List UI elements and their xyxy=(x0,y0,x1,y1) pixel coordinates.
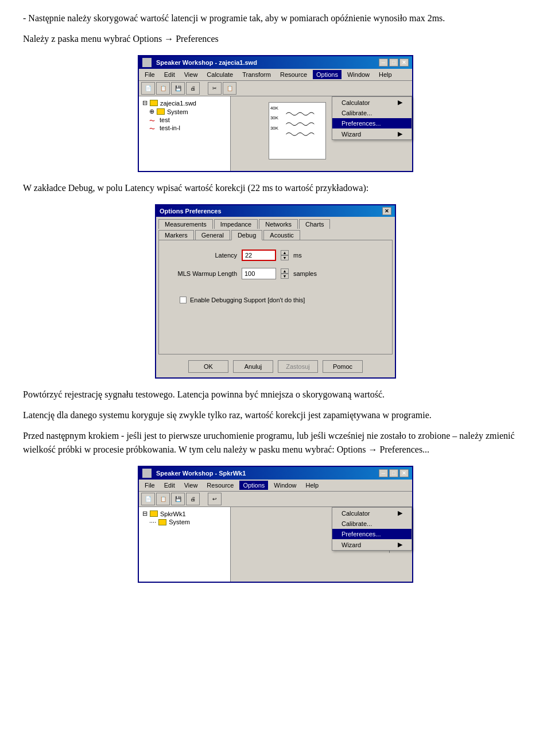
op-mls-input[interactable] xyxy=(242,268,276,279)
sw1-close-btn[interactable]: ✕ xyxy=(399,59,409,67)
sw2-toolbar-btn-3[interactable]: 💾 xyxy=(171,493,185,505)
sw1-maximize-btn[interactable]: □ xyxy=(389,59,398,67)
op-pomoc-btn[interactable]: Pomoc xyxy=(323,360,363,373)
sw2-sidebar-system[interactable]: ···· System xyxy=(141,518,228,526)
op-tab-measurements[interactable]: Measurements xyxy=(158,219,213,229)
sw1-toolbar-btn-6[interactable]: 📋 xyxy=(223,82,236,95)
op-tab-impedance[interactable]: Impedance xyxy=(214,219,258,229)
sw1-sidebar-test-label: test xyxy=(160,116,170,123)
sw2-menu-resource[interactable]: Resource xyxy=(203,481,237,490)
sw1-dropdown-preferences[interactable]: Preferences... xyxy=(332,118,412,128)
op-dialog-container: Options Preferences ✕ Measurements Imped… xyxy=(23,204,528,379)
svg-text:40K: 40K xyxy=(270,106,279,111)
sw1-toolbar-btn-1[interactable]: 📄 xyxy=(141,82,155,95)
sw2-dropdown-calculator[interactable]: Calculator ▶ xyxy=(332,508,412,519)
sw1-chart-svg: 40K 30K 30K xyxy=(269,103,325,159)
sw1-dropdown-calibrate-label: Calibrate... xyxy=(342,110,372,116)
sw1-sidebar-testinl[interactable]: 〜 test-in-l xyxy=(141,124,228,132)
sw2-menu-edit[interactable]: Edit xyxy=(161,481,179,490)
op-latency-unit: ms xyxy=(293,252,302,259)
sw1-menu-help[interactable]: Help xyxy=(375,70,395,79)
op-mls-spinner: ▲ ▼ xyxy=(281,268,289,279)
sw1-minimize-btn[interactable]: ─ xyxy=(379,59,388,67)
sw1-menu-options[interactable]: Options xyxy=(313,70,342,79)
sw2-dropdown-preferences[interactable]: Preferences... xyxy=(332,529,412,539)
op-tab-networks[interactable]: Networks xyxy=(259,219,298,229)
sw1-dropdown-calibrate[interactable]: Calibrate... xyxy=(332,108,412,118)
sw1-sidebar-root[interactable]: ⊟ zajecia1.swd xyxy=(141,99,228,107)
op-latency-spinner: ▲ ▼ xyxy=(281,250,289,260)
sw1-menu-resource[interactable]: Resource xyxy=(277,70,311,79)
paragraph-1: - Następnie należy skorygować wartość la… xyxy=(23,11,528,25)
sw2-title-icon xyxy=(142,469,152,478)
sw1-menu-file[interactable]: File xyxy=(141,70,158,79)
sw1-dropdown-calculator-arrow: ▶ xyxy=(398,99,402,106)
op-close-btn[interactable]: ✕ xyxy=(382,207,391,215)
sw2-menu-view[interactable]: View xyxy=(181,481,201,490)
sw2-dropdown-calibrate[interactable]: Calibrate... xyxy=(332,519,412,529)
op-mls-row: MLS Warmup Length ▲ ▼ samples xyxy=(168,268,383,279)
op-mls-spinner-up[interactable]: ▲ xyxy=(281,268,289,274)
sw1-sidebar-system[interactable]: ⊕ System xyxy=(141,107,228,116)
paragraph-5-text: Latencję dla danego systemu koryguje się… xyxy=(23,410,432,420)
sw1-toolbar-btn-2[interactable]: 📋 xyxy=(156,82,170,95)
sw1-titlebar-buttons: ─ □ ✕ xyxy=(379,59,409,67)
sw1-folder-icon-root xyxy=(150,100,158,106)
sw1-dropdown-calculator[interactable]: Calculator ▶ xyxy=(332,97,412,108)
op-mls-spinner-down[interactable]: ▼ xyxy=(281,274,289,279)
op-latency-input[interactable] xyxy=(242,250,276,261)
sw2-toolbar-undo-btn[interactable]: ↩ xyxy=(208,493,222,505)
sw2-toolbar-btn-1[interactable]: 📄 xyxy=(141,493,155,505)
sw1-dropdown-wizard-arrow: ▶ xyxy=(398,130,402,138)
sw1-sidebar-system-expander: ⊕ xyxy=(149,108,154,115)
op-latency-spinner-down[interactable]: ▼ xyxy=(281,255,289,260)
sw1-toolbar-btn-5[interactable]: ✂ xyxy=(208,82,222,95)
sw1-menu-edit[interactable]: Edit xyxy=(161,70,179,79)
paragraph-3: W zakładce Debug, w polu Latency wpisać … xyxy=(23,181,528,195)
svg-text:30K: 30K xyxy=(270,126,279,131)
sw2-dropdown-calculator-label: Calculator xyxy=(342,510,370,517)
op-tab-general[interactable]: General xyxy=(195,230,230,240)
sw1-menu-calculate[interactable]: Calculate xyxy=(203,70,236,79)
sw2-menu-options[interactable]: Options xyxy=(239,481,268,490)
sw2-toolbar-btn-4[interactable]: 🖨 xyxy=(186,493,200,505)
paragraph-6-text: Przed następnym krokiem - jeśli jest to … xyxy=(23,431,515,454)
sw2-sidebar-root[interactable]: ⊟ SpkrWk1 xyxy=(141,509,228,518)
sw1-dropdown-wizard[interactable]: Wizard ▶ xyxy=(332,128,412,139)
op-ok-btn[interactable]: OK xyxy=(188,360,228,373)
sw1-wave-icon-test: 〜 xyxy=(149,117,157,123)
sw2-minimize-btn[interactable]: ─ xyxy=(379,469,388,477)
op-title-text: Options Preferences xyxy=(160,208,222,215)
sw1-menu-transform[interactable]: Transform xyxy=(239,70,274,79)
sw2-dropdown-calculator-arrow: ▶ xyxy=(398,509,402,517)
sw2-dropdown-wizard[interactable]: Wizard ▶ xyxy=(332,539,412,550)
op-latency-row: Latency ▲ ▼ ms xyxy=(168,250,383,261)
sw2-close-btn[interactable]: ✕ xyxy=(399,469,409,477)
sw1-toolbar-btn-3[interactable]: 💾 xyxy=(171,82,185,95)
op-anuluj-btn[interactable]: Anuluj xyxy=(233,360,273,373)
op-tab-charts[interactable]: Charts xyxy=(299,219,330,229)
sw1-toolbar-btn-4[interactable]: 🖨 xyxy=(186,82,200,95)
sw1-menu-view[interactable]: View xyxy=(181,70,201,79)
sw2-menubar: File Edit View Resource Options Window H… xyxy=(139,480,412,492)
op-tabs-row1: Measurements Impedance Networks Charts xyxy=(156,217,395,229)
sw2-toolbar-btn-2[interactable]: 📋 xyxy=(156,493,170,505)
sw1-sidebar-test[interactable]: 〜 test xyxy=(141,116,228,124)
sw2-menu-file[interactable]: File xyxy=(141,481,158,490)
sw2-menu-help[interactable]: Help xyxy=(302,481,322,490)
op-zastosuj-btn[interactable]: Zastosuj xyxy=(278,360,318,373)
op-debug-checkbox[interactable] xyxy=(180,297,187,303)
op-tab-acoustic[interactable]: Acoustic xyxy=(263,230,300,240)
sw2-menu-window[interactable]: Window xyxy=(270,481,300,490)
op-tab-markers[interactable]: Markers xyxy=(158,230,194,240)
sw1-menu-window[interactable]: Window xyxy=(344,70,373,79)
op-tab-debug[interactable]: Debug xyxy=(231,230,262,240)
paragraph-4: Powtórzyć rejestrację sygnału testowego.… xyxy=(23,388,528,402)
sw2-sidebar-system-label: System xyxy=(169,519,190,525)
sw2-maximize-btn[interactable]: □ xyxy=(389,469,398,477)
sw2-window: Speaker Workshop - SpkrWk1 ─ □ ✕ File Ed… xyxy=(138,466,413,583)
op-latency-spinner-up[interactable]: ▲ xyxy=(281,250,289,255)
sw2-dropdown-wizard-label: Wizard xyxy=(342,541,361,548)
sw2-sidebar: ⊟ SpkrWk1 ···· System xyxy=(139,507,231,582)
paragraph-6: Przed następnym krokiem - jeśli jest to … xyxy=(23,429,528,457)
